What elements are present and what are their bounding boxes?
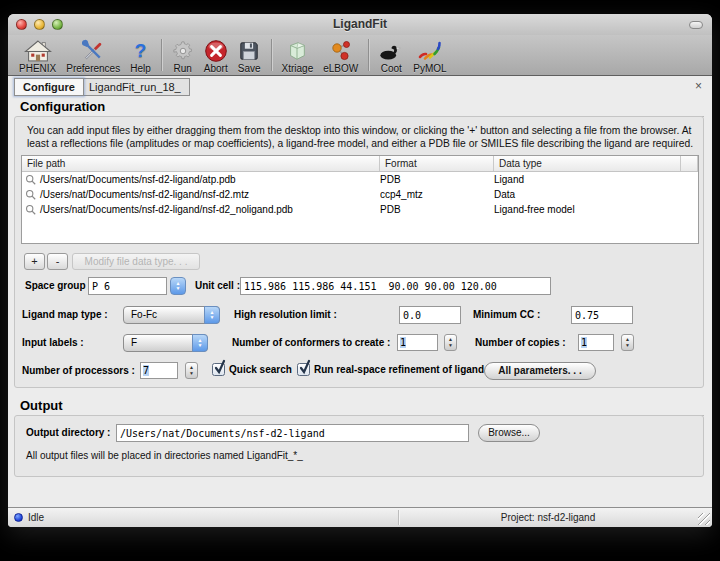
ligand-map-type-label: Ligand map type : bbox=[22, 306, 108, 324]
real-space-refinement-label: Run real-space refinement of ligand bbox=[314, 362, 484, 377]
configuration-panel: You can add input files by either draggi… bbox=[14, 116, 704, 388]
remove-file-button[interactable]: - bbox=[47, 253, 68, 270]
combo-arrows-icon: ▲▼ bbox=[192, 334, 208, 352]
configuration-header: Configuration bbox=[20, 99, 704, 117]
toolbar-separator bbox=[271, 39, 272, 71]
tab-ligandfit-run[interactable]: LigandFit_run_18_ bbox=[81, 78, 190, 96]
xtriage-crystal-icon bbox=[286, 39, 308, 63]
file-format: PDB bbox=[380, 174, 494, 185]
high-resolution-label: High resolution limit : bbox=[234, 306, 337, 324]
file-path: /Users/nat/Documents/nsf-d2-ligand/nsf-d… bbox=[40, 204, 293, 215]
add-file-button[interactable]: + bbox=[24, 253, 45, 270]
copies-spinner-icon[interactable]: ▲▼ bbox=[621, 334, 634, 351]
run-gear-icon bbox=[172, 39, 194, 63]
toolbar-button-preferences[interactable]: Preferences bbox=[61, 37, 125, 74]
column-header-blank bbox=[681, 156, 698, 171]
tab-close-icon[interactable]: × bbox=[695, 80, 702, 92]
help-icon: ? bbox=[135, 39, 147, 63]
toolbar-button-save[interactable]: Save bbox=[233, 37, 266, 74]
processors-spinner-icon[interactable]: ▲▼ bbox=[185, 362, 198, 379]
unit-cell-input[interactable] bbox=[240, 277, 551, 295]
resize-grip[interactable] bbox=[698, 513, 710, 525]
preferences-tools-icon bbox=[81, 39, 105, 63]
quick-search-checkbox[interactable] bbox=[212, 363, 225, 376]
quick-search-label: Quick search bbox=[229, 362, 292, 377]
window-title: LigandFit bbox=[8, 17, 712, 31]
coot-bird-icon bbox=[379, 39, 403, 63]
browse-button[interactable]: Browse... bbox=[478, 424, 540, 442]
toolbar-button-phenix[interactable]: PHENIX bbox=[14, 37, 61, 74]
space-group-label: Space group : bbox=[25, 277, 92, 295]
phenix-house-icon bbox=[24, 39, 52, 63]
input-labels-label: Input labels : bbox=[22, 334, 84, 352]
output-panel: Output directory : Browse... All output … bbox=[14, 415, 704, 477]
toolbar-separator bbox=[161, 39, 162, 71]
column-header-format[interactable]: Format bbox=[380, 156, 494, 171]
minimum-cc-input[interactable] bbox=[571, 306, 633, 324]
instructions-text: You can add input files by either draggi… bbox=[27, 124, 695, 150]
file-data-type: Ligand-free model bbox=[494, 204, 681, 215]
column-header-file-path[interactable]: File path bbox=[22, 156, 380, 171]
table-row[interactable]: /Users/nat/Documents/nsf-d2-ligand/nsf-d… bbox=[22, 187, 698, 202]
conformers-spinner-icon[interactable]: ▲▼ bbox=[444, 334, 457, 351]
real-space-refinement-checkbox[interactable] bbox=[297, 363, 310, 376]
file-data-type: Ligand bbox=[494, 174, 681, 185]
conformers-label: Number of conformers to create : bbox=[232, 334, 390, 352]
input-labels-select[interactable]: F ▲▼ bbox=[123, 334, 208, 352]
status-idle-icon bbox=[14, 513, 23, 522]
magnifier-icon bbox=[25, 204, 36, 215]
toolbar-button-help[interactable]: ? Help bbox=[125, 37, 156, 74]
save-floppy-icon bbox=[238, 39, 260, 63]
status-project: Project: nsf-d2-ligand bbox=[398, 512, 698, 523]
processors-input[interactable]: 7 bbox=[140, 362, 178, 379]
toolbar-button-abort[interactable]: Abort bbox=[199, 37, 233, 74]
toolbar: PHENIX Preferences ? Help bbox=[8, 35, 712, 76]
ligand-map-type-select[interactable]: Fo-Fc ▲▼ bbox=[123, 306, 220, 324]
status-bar: Idle Project: nsf-d2-ligand bbox=[8, 507, 712, 527]
output-note: All output files will be placed in direc… bbox=[26, 450, 303, 461]
tab-strip: Configure LigandFit_run_18_ × bbox=[8, 76, 712, 96]
output-directory-input[interactable] bbox=[116, 424, 469, 442]
modify-file-data-type-button: Modify file data type. . . bbox=[72, 253, 200, 270]
input-files-table[interactable]: File path Format Data type /Users/nat/Do… bbox=[21, 155, 699, 244]
toolbar-button-pymol[interactable]: PyMOL bbox=[408, 37, 451, 74]
elbow-molecule-icon bbox=[329, 39, 353, 63]
status-text: Idle bbox=[28, 512, 44, 523]
file-path: /Users/nat/Documents/nsf-d2-ligand/atp.p… bbox=[40, 174, 236, 185]
file-format: ccp4_mtz bbox=[380, 189, 494, 200]
app-window: LigandFit PHENIX bbox=[8, 14, 712, 527]
combo-arrows-icon: ▲▼ bbox=[204, 306, 220, 324]
all-parameters-button[interactable]: All parameters. . . bbox=[484, 362, 596, 380]
abort-icon bbox=[204, 39, 228, 63]
space-group-input[interactable] bbox=[88, 277, 167, 295]
processors-label: Number of processors : bbox=[22, 362, 135, 380]
file-path: /Users/nat/Documents/nsf-d2-ligand/nsf-d… bbox=[40, 189, 249, 200]
copies-input[interactable]: 1 bbox=[578, 334, 614, 351]
column-header-data-type[interactable]: Data type bbox=[494, 156, 681, 171]
magnifier-icon bbox=[25, 189, 36, 200]
table-header: File path Format Data type bbox=[22, 156, 698, 172]
conformers-input[interactable]: 1 bbox=[397, 334, 438, 351]
checkmark-icon bbox=[299, 360, 311, 374]
copies-label: Number of copies : bbox=[475, 334, 566, 352]
toolbar-separator bbox=[368, 39, 369, 71]
toolbar-button-xtriage[interactable]: Xtriage bbox=[277, 37, 319, 74]
toolbar-button-elbow[interactable]: eLBOW bbox=[318, 37, 363, 74]
table-row[interactable]: /Users/nat/Documents/nsf-d2-ligand/nsf-d… bbox=[22, 202, 698, 217]
toolbar-button-run[interactable]: Run bbox=[167, 37, 199, 74]
toolbar-button-coot[interactable]: Coot bbox=[374, 37, 408, 74]
title-bar[interactable]: LigandFit bbox=[8, 14, 712, 35]
minimum-cc-label: Minimum CC : bbox=[473, 306, 540, 324]
unit-cell-label: Unit cell : bbox=[195, 277, 240, 295]
output-header: Output bbox=[20, 398, 704, 416]
table-row[interactable]: /Users/nat/Documents/nsf-d2-ligand/atp.p… bbox=[22, 172, 698, 187]
file-data-type: Data bbox=[494, 189, 681, 200]
space-group-stepper-icon[interactable]: ▲▼ bbox=[170, 277, 186, 295]
toolbar-toggle-lozenge[interactable] bbox=[689, 21, 703, 29]
file-format: PDB bbox=[380, 204, 494, 215]
high-resolution-input[interactable] bbox=[399, 306, 461, 324]
checkmark-icon bbox=[214, 360, 226, 374]
tab-configure[interactable]: Configure bbox=[14, 78, 84, 96]
pymol-rainbow-icon bbox=[417, 39, 443, 63]
output-directory-label: Output directory : bbox=[26, 424, 110, 442]
